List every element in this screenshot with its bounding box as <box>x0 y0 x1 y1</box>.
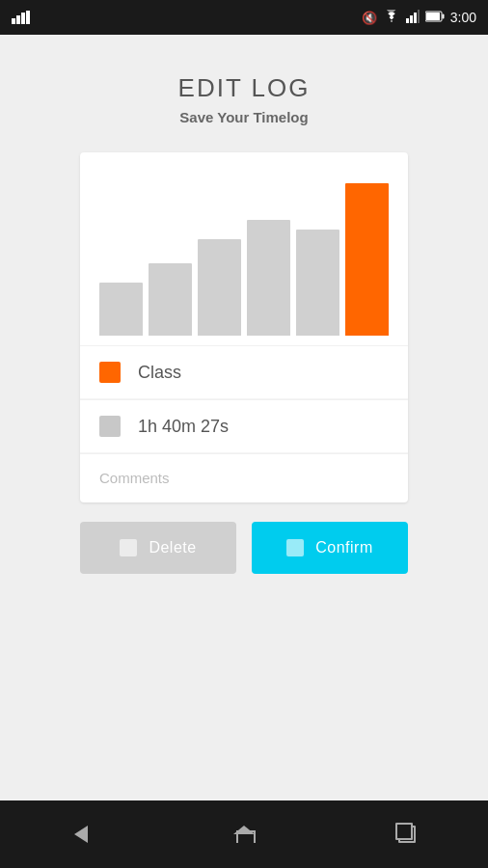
main-content: EDIT LOG Save Your Timelog Class 1h 40m … <box>0 35 488 800</box>
signal-icon <box>406 10 420 26</box>
status-time: 3:00 <box>450 10 476 25</box>
back-button[interactable] <box>52 815 110 854</box>
bar-5 <box>296 230 339 336</box>
subtitle-suffix: Timelog <box>249 109 308 125</box>
bar-chart <box>80 152 408 345</box>
bar-4 <box>247 220 290 336</box>
buttons-row: Delete Confirm <box>80 522 408 574</box>
battery-icon <box>425 11 445 25</box>
status-bar-left <box>12 11 30 24</box>
class-row[interactable]: Class <box>80 346 408 399</box>
page-title: EDIT LOG <box>178 73 311 103</box>
confirm-button[interactable]: Confirm <box>252 522 408 574</box>
wifi-icon <box>383 10 400 25</box>
status-bar-right: 🔇 3:00 <box>362 10 476 26</box>
svg-rect-1 <box>410 15 413 23</box>
card: Class 1h 40m 27s <box>80 152 408 502</box>
subtitle-prefix: Save <box>179 109 217 125</box>
delete-button-label: Delete <box>149 539 196 556</box>
delete-button[interactable]: Delete <box>80 522 236 574</box>
confirm-button-icon <box>286 539 304 556</box>
comments-input[interactable] <box>99 470 389 486</box>
nav-bar <box>0 800 488 868</box>
status-bar: 🔇 3:00 <box>0 0 488 35</box>
svg-rect-3 <box>418 10 420 23</box>
svg-rect-5 <box>442 14 444 18</box>
duration-label: 1h 40m 27s <box>138 417 229 437</box>
mute-icon: 🔇 <box>362 11 377 25</box>
duration-color-swatch <box>99 416 121 437</box>
delete-button-icon <box>120 539 137 556</box>
page-subtitle: Save Your Timelog <box>179 109 308 125</box>
home-button[interactable] <box>215 815 273 854</box>
svg-rect-6 <box>426 13 440 20</box>
class-color-swatch <box>99 362 121 383</box>
bar-2 <box>149 263 192 336</box>
subtitle-bold: Your <box>217 109 249 125</box>
grid-icon <box>12 11 30 24</box>
recents-icon <box>398 826 416 843</box>
svg-rect-0 <box>406 18 409 23</box>
bar-3 <box>198 239 241 336</box>
bar-6-active <box>345 183 389 336</box>
recents-button[interactable] <box>378 815 436 854</box>
confirm-button-label: Confirm <box>315 539 373 556</box>
home-icon <box>233 826 255 843</box>
svg-rect-2 <box>414 13 417 23</box>
back-arrow-icon <box>74 826 88 843</box>
class-label: Class <box>138 363 181 383</box>
duration-row[interactable]: 1h 40m 27s <box>80 400 408 453</box>
bar-1 <box>99 283 143 336</box>
comments-row[interactable] <box>80 454 408 502</box>
